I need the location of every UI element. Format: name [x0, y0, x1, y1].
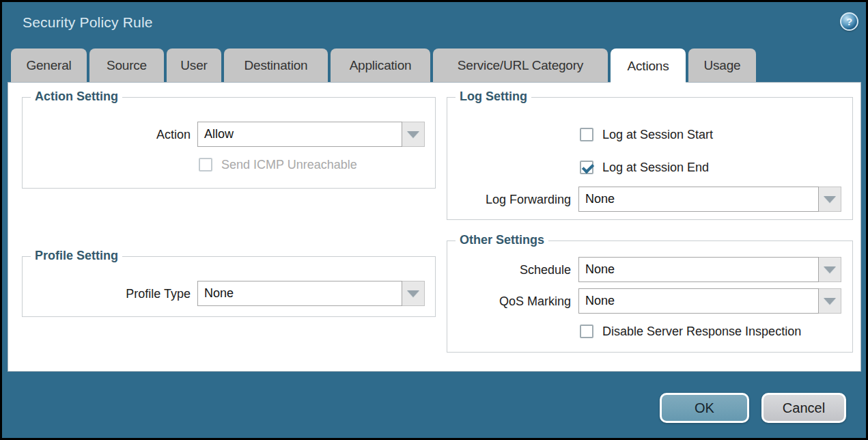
qos-marking-label: QoS Marking [434, 294, 571, 309]
actions-tab-panel: Action Setting Action Allow Send ICMP Un… [8, 82, 861, 372]
qos-marking-dropdown-value[interactable]: None [578, 288, 819, 314]
tab-bar: General Source User Destination Applicat… [11, 49, 756, 82]
action-dropdown[interactable]: Allow [197, 122, 425, 147]
chevron-down-icon [824, 298, 836, 305]
profile-type-label: Profile Type [74, 287, 191, 301]
schedule-dropdown-value[interactable]: None [578, 257, 819, 282]
tab-destination[interactable]: Destination [224, 49, 328, 82]
tab-user[interactable]: User [167, 49, 221, 82]
log-session-end-label: Log at Session End [602, 161, 709, 175]
log-session-start-checkbox[interactable] [580, 128, 593, 141]
security-policy-rule-dialog: Security Policy Rule ? General Source Us… [0, 0, 868, 440]
tab-source[interactable]: Source [89, 49, 164, 82]
qos-marking-dropdown-arrow-button[interactable] [819, 288, 841, 314]
cancel-button[interactable]: Cancel [761, 393, 846, 423]
action-dropdown-value[interactable]: Allow [197, 122, 402, 147]
log-session-start-label: Log at Session Start [602, 128, 713, 142]
qos-marking-dropdown[interactable]: None [578, 288, 841, 314]
tab-general[interactable]: General [11, 49, 87, 82]
other-settings-legend: Other Settings [456, 233, 548, 247]
action-label: Action [74, 128, 191, 142]
tab-service-url-category[interactable]: Service/URL Category [433, 49, 608, 82]
log-forwarding-label: Log Forwarding [434, 193, 571, 207]
chevron-down-icon [824, 266, 836, 273]
profile-setting-legend: Profile Setting [31, 249, 122, 263]
log-forwarding-dropdown[interactable]: None [578, 187, 841, 212]
chevron-down-icon [407, 131, 419, 138]
disable-server-response-inspection-label: Disable Server Response Inspection [602, 325, 801, 339]
chevron-down-icon [407, 290, 419, 297]
profile-type-dropdown-value[interactable]: None [197, 281, 402, 306]
log-session-end-checkbox[interactable] [580, 161, 593, 174]
tab-usage[interactable]: Usage [688, 49, 756, 82]
disable-server-response-inspection-checkbox[interactable] [580, 325, 593, 338]
profile-type-dropdown[interactable]: None [197, 281, 425, 306]
schedule-label: Schedule [434, 263, 571, 277]
schedule-dropdown-arrow-button[interactable] [819, 257, 841, 282]
ok-button[interactable]: OK [660, 393, 749, 423]
help-glyph: ? [846, 16, 852, 27]
profile-type-dropdown-arrow-button[interactable] [402, 281, 425, 306]
tab-application[interactable]: Application [331, 49, 430, 82]
tab-actions[interactable]: Actions [611, 49, 686, 84]
dialog-title: Security Policy Rule [23, 14, 153, 31]
action-setting-legend: Action Setting [31, 90, 122, 104]
chevron-down-icon [824, 196, 836, 203]
log-setting-legend: Log Setting [456, 90, 531, 104]
log-forwarding-dropdown-arrow-button[interactable] [819, 187, 841, 212]
log-forwarding-dropdown-value[interactable]: None [578, 187, 819, 212]
schedule-dropdown[interactable]: None [578, 257, 841, 282]
send-icmp-unreachable-checkbox [199, 158, 212, 171]
send-icmp-unreachable-label: Send ICMP Unreachable [221, 158, 357, 172]
action-dropdown-arrow-button[interactable] [402, 122, 425, 147]
help-icon[interactable]: ? [840, 12, 858, 31]
